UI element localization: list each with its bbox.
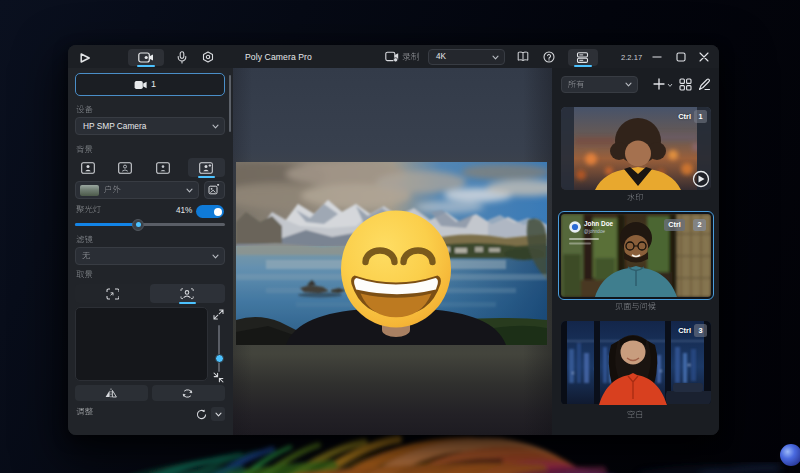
svg-text:John Doe: John Doe bbox=[584, 220, 614, 227]
svg-text:@johndoe: @johndoe bbox=[584, 229, 605, 234]
